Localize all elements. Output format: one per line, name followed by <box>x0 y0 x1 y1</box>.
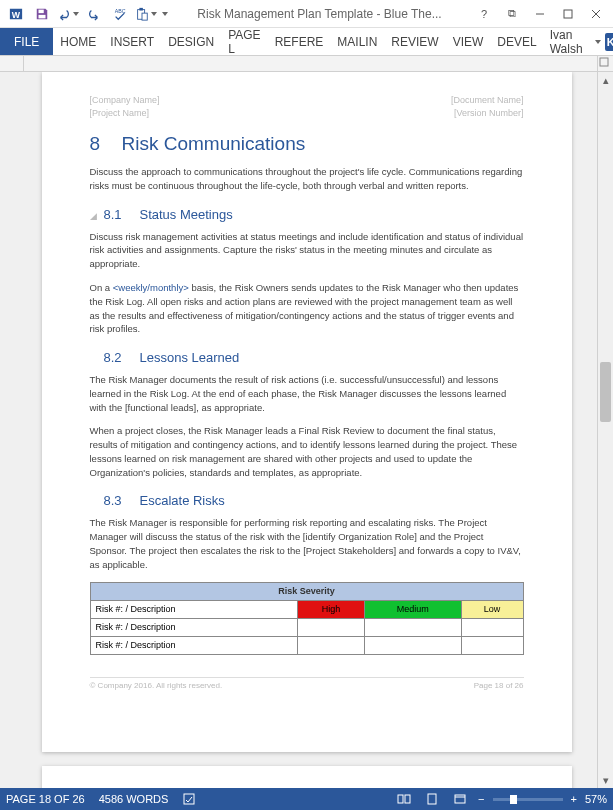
tab-design[interactable]: DESIGN <box>161 28 221 55</box>
status-words[interactable]: 4586 WORDS <box>99 793 169 805</box>
page-footer: © Company 2016. All rights reserved.Page… <box>90 677 524 690</box>
quick-access-toolbar: W ABC <box>4 3 168 25</box>
user-account[interactable]: Ivan Walsh K <box>544 28 613 55</box>
header-docname: [Document Name] <box>451 94 524 107</box>
page-header: [Company Name][Project Name] [Document N… <box>90 94 524 119</box>
tab-view[interactable]: VIEW <box>446 28 491 55</box>
svg-rect-17 <box>455 795 465 803</box>
word-app-icon[interactable]: W <box>4 3 28 25</box>
redo-icon[interactable] <box>82 3 106 25</box>
zoom-out-button[interactable]: − <box>478 793 484 805</box>
window-controls: ? ⧉ <box>471 4 609 24</box>
web-layout-icon[interactable] <box>450 791 470 807</box>
print-layout-icon[interactable] <box>422 791 442 807</box>
paragraph[interactable]: The Risk Manager documents the result of… <box>90 373 524 414</box>
page-18[interactable]: [Company Name][Project Name] [Document N… <box>42 72 572 752</box>
svg-rect-3 <box>39 14 46 18</box>
heading-2-num: 8.2 <box>104 350 140 365</box>
window-title: Risk Management Plan Template - Blue The… <box>168 7 471 21</box>
table-head: Risk Severity <box>90 582 523 600</box>
status-page[interactable]: PAGE 18 OF 26 <box>6 793 85 805</box>
spellcheck-icon[interactable]: ABC <box>108 3 132 25</box>
paste-icon[interactable] <box>134 3 158 25</box>
help-icon[interactable]: ? <box>471 4 497 24</box>
ribbon-display-icon[interactable]: ⧉ <box>499 4 525 24</box>
scroll-up-icon[interactable]: ▴ <box>598 72 613 88</box>
svg-rect-12 <box>600 58 608 66</box>
read-mode-icon[interactable] <box>394 791 414 807</box>
ruler-toggle[interactable] <box>597 56 613 71</box>
cell-medium[interactable]: Medium <box>364 600 461 618</box>
tab-developer[interactable]: DEVEL <box>490 28 543 55</box>
user-name: Ivan Walsh <box>550 28 589 56</box>
minimize-icon[interactable] <box>527 4 553 24</box>
tab-references[interactable]: REFERE <box>268 28 331 55</box>
paragraph[interactable]: On a <weekly/monthly> basis, the Risk Ow… <box>90 281 524 336</box>
heading-2-lessons[interactable]: 8.2Lessons Learned <box>90 350 524 365</box>
header-project: [Project Name] <box>90 107 160 120</box>
scroll-thumb[interactable] <box>600 362 611 422</box>
save-icon[interactable] <box>30 3 54 25</box>
footer-right: Page 18 of 26 <box>474 681 524 690</box>
heading-2-status[interactable]: ◢8.1Status Meetings <box>90 207 524 222</box>
collapse-icon[interactable]: ◢ <box>90 211 100 221</box>
svg-rect-6 <box>139 7 143 10</box>
heading-2-text: Lessons Learned <box>140 350 240 365</box>
status-bar: PAGE 18 OF 26 4586 WORDS − + 57% <box>0 788 613 810</box>
risk-severity-table[interactable]: Risk Severity Risk #: / DescriptionHighM… <box>90 582 524 655</box>
heading-2-text: Status Meetings <box>140 207 233 222</box>
svg-rect-2 <box>39 9 44 13</box>
zoom-value[interactable]: 57% <box>585 793 607 805</box>
svg-rect-15 <box>405 795 410 803</box>
footer-left: © Company 2016. All rights reserved. <box>90 681 223 690</box>
header-version: [Version Number] <box>451 107 524 120</box>
header-company: [Company Name] <box>90 94 160 107</box>
svg-rect-16 <box>428 794 436 804</box>
heading-2-escalate[interactable]: 8.3Escalate Risks <box>90 493 524 508</box>
paragraph[interactable]: The Risk Manager is responsible for perf… <box>90 516 524 571</box>
svg-rect-14 <box>398 795 403 803</box>
tab-insert[interactable]: INSERT <box>103 28 161 55</box>
ruler <box>0 56 613 72</box>
svg-rect-9 <box>564 10 572 18</box>
tab-review[interactable]: REVIEW <box>384 28 445 55</box>
user-badge: K <box>605 33 613 51</box>
close-icon[interactable] <box>583 4 609 24</box>
undo-icon[interactable] <box>56 3 80 25</box>
page-19[interactable]: [Company Name][Project Name] [Document N… <box>42 766 572 788</box>
document-area: [Company Name][Project Name] [Document N… <box>0 72 613 788</box>
paragraph[interactable]: Discuss risk management activities at st… <box>90 230 524 271</box>
heading-1[interactable]: 8Risk Communications <box>90 133 524 155</box>
heading-2-num: 8.3 <box>104 493 140 508</box>
heading-2-num: 8.1 <box>104 207 140 222</box>
zoom-in-button[interactable]: + <box>571 793 577 805</box>
cell-desc[interactable]: Risk #: / Description <box>90 600 298 618</box>
vertical-scrollbar[interactable]: ▴ ▾ <box>597 72 613 788</box>
tab-page-layout[interactable]: PAGE L <box>221 28 267 55</box>
ribbon-tabs: FILE HOME INSERT DESIGN PAGE L REFERE MA… <box>0 28 613 56</box>
heading-1-num: 8 <box>90 133 122 155</box>
cell-high[interactable]: High <box>298 600 364 618</box>
cell-desc[interactable]: Risk #: / Description <box>90 636 298 654</box>
maximize-icon[interactable] <box>555 4 581 24</box>
placeholder-link: <weekly/monthly> <box>113 282 189 293</box>
svg-rect-13 <box>184 794 194 804</box>
scroll-down-icon[interactable]: ▾ <box>598 772 613 788</box>
tab-mailings[interactable]: MAILIN <box>330 28 384 55</box>
cell-desc[interactable]: Risk #: / Description <box>90 618 298 636</box>
paragraph[interactable]: When a project closes, the Risk Manager … <box>90 424 524 479</box>
zoom-thumb[interactable] <box>510 795 517 804</box>
table-row: Risk #: / DescriptionHighMediumLow <box>90 600 523 618</box>
tab-home[interactable]: HOME <box>53 28 103 55</box>
title-bar: W ABC Risk Management Plan Template - Bl… <box>0 0 613 28</box>
heading-1-text: Risk Communications <box>122 133 306 154</box>
svg-rect-7 <box>142 13 147 20</box>
paragraph[interactable]: Discuss the approach to communications t… <box>90 165 524 193</box>
status-proofing-icon[interactable] <box>182 792 196 806</box>
table-row: Risk #: / Description <box>90 636 523 654</box>
document-scroll[interactable]: [Company Name][Project Name] [Document N… <box>24 72 597 788</box>
scroll-track[interactable] <box>598 88 613 772</box>
cell-low[interactable]: Low <box>461 600 523 618</box>
zoom-slider[interactable] <box>493 798 563 801</box>
file-tab[interactable]: FILE <box>0 28 53 55</box>
